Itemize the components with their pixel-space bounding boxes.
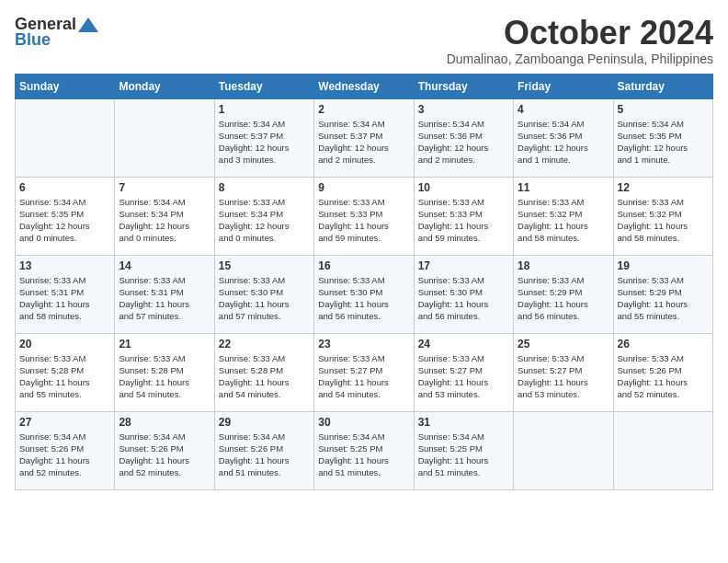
- day-number: 29: [219, 416, 310, 429]
- day-info: Sunrise: 5:33 AM Sunset: 5:29 PM Dayligh…: [618, 274, 709, 323]
- calendar-cell: 22Sunrise: 5:33 AM Sunset: 5:28 PM Dayli…: [214, 333, 313, 411]
- calendar-cell: 9Sunrise: 5:33 AM Sunset: 5:33 PM Daylig…: [314, 177, 414, 255]
- day-number: 16: [318, 259, 409, 272]
- calendar-week-row: 20Sunrise: 5:33 AM Sunset: 5:28 PM Dayli…: [16, 333, 713, 411]
- calendar-table: SundayMondayTuesdayWednesdayThursdayFrid…: [15, 74, 713, 490]
- day-info: Sunrise: 5:34 AM Sunset: 5:35 PM Dayligh…: [618, 118, 709, 167]
- calendar-cell: 15Sunrise: 5:33 AM Sunset: 5:30 PM Dayli…: [214, 255, 313, 333]
- calendar-cell: 27Sunrise: 5:34 AM Sunset: 5:26 PM Dayli…: [16, 411, 115, 489]
- calendar-cell: 8Sunrise: 5:33 AM Sunset: 5:34 PM Daylig…: [214, 177, 313, 255]
- day-info: Sunrise: 5:33 AM Sunset: 5:32 PM Dayligh…: [618, 196, 709, 245]
- day-info: Sunrise: 5:33 AM Sunset: 5:30 PM Dayligh…: [418, 274, 509, 323]
- day-number: 20: [19, 338, 110, 350]
- day-number: 26: [618, 338, 709, 350]
- col-header-friday: Friday: [514, 74, 613, 98]
- day-info: Sunrise: 5:34 AM Sunset: 5:36 PM Dayligh…: [418, 118, 509, 167]
- calendar-cell: 29Sunrise: 5:34 AM Sunset: 5:26 PM Dayli…: [214, 411, 313, 489]
- day-info: Sunrise: 5:33 AM Sunset: 5:28 PM Dayligh…: [119, 352, 210, 401]
- day-number: 2: [318, 103, 409, 116]
- day-info: Sunrise: 5:34 AM Sunset: 5:26 PM Dayligh…: [19, 431, 110, 479]
- day-number: 6: [19, 181, 110, 194]
- calendar-cell: 18Sunrise: 5:33 AM Sunset: 5:29 PM Dayli…: [514, 255, 613, 333]
- day-number: 5: [618, 103, 709, 116]
- day-number: 21: [119, 338, 210, 350]
- calendar-cell: 6Sunrise: 5:34 AM Sunset: 5:35 PM Daylig…: [16, 177, 115, 255]
- calendar-week-row: 13Sunrise: 5:33 AM Sunset: 5:31 PM Dayli…: [16, 255, 713, 333]
- calendar-cell: 24Sunrise: 5:33 AM Sunset: 5:27 PM Dayli…: [414, 333, 513, 411]
- day-info: Sunrise: 5:33 AM Sunset: 5:34 PM Dayligh…: [219, 196, 310, 245]
- calendar-week-row: 1Sunrise: 5:34 AM Sunset: 5:37 PM Daylig…: [16, 98, 713, 177]
- day-number: 9: [318, 181, 409, 194]
- calendar-cell: 3Sunrise: 5:34 AM Sunset: 5:36 PM Daylig…: [414, 98, 513, 177]
- col-header-thursday: Thursday: [414, 74, 513, 98]
- day-info: Sunrise: 5:33 AM Sunset: 5:28 PM Dayligh…: [19, 352, 110, 401]
- day-number: 19: [618, 259, 709, 272]
- day-info: Sunrise: 5:33 AM Sunset: 5:33 PM Dayligh…: [318, 196, 409, 245]
- day-number: 18: [518, 259, 609, 272]
- day-number: 25: [518, 338, 609, 350]
- day-number: 14: [119, 259, 210, 272]
- subtitle: Dumalinao, Zamboanga Peninsula, Philippi…: [447, 52, 713, 66]
- calendar-week-row: 6Sunrise: 5:34 AM Sunset: 5:35 PM Daylig…: [16, 177, 713, 255]
- day-info: Sunrise: 5:33 AM Sunset: 5:27 PM Dayligh…: [318, 352, 409, 401]
- day-number: 24: [418, 338, 509, 350]
- day-number: 8: [219, 181, 310, 194]
- calendar-cell: 11Sunrise: 5:33 AM Sunset: 5:32 PM Dayli…: [514, 177, 613, 255]
- calendar-cell: [613, 411, 712, 489]
- calendar-cell: 14Sunrise: 5:33 AM Sunset: 5:31 PM Dayli…: [115, 255, 214, 333]
- calendar-cell: 31Sunrise: 5:34 AM Sunset: 5:25 PM Dayli…: [414, 411, 513, 489]
- day-info: Sunrise: 5:34 AM Sunset: 5:26 PM Dayligh…: [219, 431, 310, 479]
- calendar-cell: 23Sunrise: 5:33 AM Sunset: 5:27 PM Dayli…: [314, 333, 414, 411]
- day-info: Sunrise: 5:34 AM Sunset: 5:25 PM Dayligh…: [418, 431, 509, 479]
- calendar-cell: 17Sunrise: 5:33 AM Sunset: 5:30 PM Dayli…: [414, 255, 513, 333]
- calendar-cell: 28Sunrise: 5:34 AM Sunset: 5:26 PM Dayli…: [115, 411, 214, 489]
- day-info: Sunrise: 5:33 AM Sunset: 5:30 PM Dayligh…: [219, 274, 310, 323]
- calendar-cell: 1Sunrise: 5:34 AM Sunset: 5:37 PM Daylig…: [214, 98, 313, 177]
- day-number: 10: [418, 181, 509, 194]
- day-info: Sunrise: 5:34 AM Sunset: 5:36 PM Dayligh…: [518, 118, 609, 167]
- day-number: 23: [318, 338, 409, 350]
- day-info: Sunrise: 5:33 AM Sunset: 5:28 PM Dayligh…: [219, 352, 310, 401]
- day-number: 27: [19, 416, 110, 429]
- day-number: 4: [518, 103, 609, 116]
- day-info: Sunrise: 5:33 AM Sunset: 5:26 PM Dayligh…: [618, 352, 709, 401]
- calendar-cell: 5Sunrise: 5:34 AM Sunset: 5:35 PM Daylig…: [613, 98, 712, 177]
- calendar-cell: 2Sunrise: 5:34 AM Sunset: 5:37 PM Daylig…: [314, 98, 414, 177]
- logo-icon: [78, 17, 98, 32]
- svg-marker-0: [78, 17, 98, 32]
- month-title: October 2024: [447, 15, 713, 52]
- calendar-cell: 4Sunrise: 5:34 AM Sunset: 5:36 PM Daylig…: [514, 98, 613, 177]
- day-number: 11: [518, 181, 609, 194]
- calendar-cell: 16Sunrise: 5:33 AM Sunset: 5:30 PM Dayli…: [314, 255, 414, 333]
- calendar-cell: [514, 411, 613, 489]
- calendar-cell: 10Sunrise: 5:33 AM Sunset: 5:33 PM Dayli…: [414, 177, 513, 255]
- title-block: October 2024 Dumalinao, Zamboanga Penins…: [447, 15, 713, 66]
- col-header-sunday: Sunday: [16, 74, 115, 98]
- logo: General Blue: [15, 15, 98, 50]
- calendar-cell: 30Sunrise: 5:34 AM Sunset: 5:25 PM Dayli…: [314, 411, 414, 489]
- col-header-tuesday: Tuesday: [214, 74, 313, 98]
- calendar-cell: 21Sunrise: 5:33 AM Sunset: 5:28 PM Dayli…: [115, 333, 214, 411]
- day-info: Sunrise: 5:34 AM Sunset: 5:35 PM Dayligh…: [19, 196, 110, 245]
- calendar-header-row: SundayMondayTuesdayWednesdayThursdayFrid…: [16, 74, 713, 98]
- day-info: Sunrise: 5:33 AM Sunset: 5:33 PM Dayligh…: [418, 196, 509, 245]
- calendar-cell: 7Sunrise: 5:34 AM Sunset: 5:34 PM Daylig…: [115, 177, 214, 255]
- col-header-wednesday: Wednesday: [314, 74, 414, 98]
- day-number: 7: [119, 181, 210, 194]
- day-info: Sunrise: 5:33 AM Sunset: 5:31 PM Dayligh…: [19, 274, 110, 323]
- calendar-week-row: 27Sunrise: 5:34 AM Sunset: 5:26 PM Dayli…: [16, 411, 713, 489]
- calendar-cell: [16, 98, 115, 177]
- page-header: General Blue October 2024 Dumalinao, Zam…: [15, 15, 713, 66]
- day-number: 13: [19, 259, 110, 272]
- day-number: 30: [318, 416, 409, 429]
- day-info: Sunrise: 5:33 AM Sunset: 5:27 PM Dayligh…: [518, 352, 609, 401]
- day-number: 15: [219, 259, 310, 272]
- calendar-cell: 20Sunrise: 5:33 AM Sunset: 5:28 PM Dayli…: [16, 333, 115, 411]
- calendar-cell: [115, 98, 214, 177]
- day-number: 22: [219, 338, 310, 350]
- day-info: Sunrise: 5:33 AM Sunset: 5:31 PM Dayligh…: [119, 274, 210, 323]
- day-info: Sunrise: 5:34 AM Sunset: 5:34 PM Dayligh…: [119, 196, 210, 245]
- day-info: Sunrise: 5:34 AM Sunset: 5:26 PM Dayligh…: [119, 431, 210, 479]
- day-info: Sunrise: 5:34 AM Sunset: 5:37 PM Dayligh…: [318, 118, 409, 167]
- day-info: Sunrise: 5:34 AM Sunset: 5:25 PM Dayligh…: [318, 431, 409, 479]
